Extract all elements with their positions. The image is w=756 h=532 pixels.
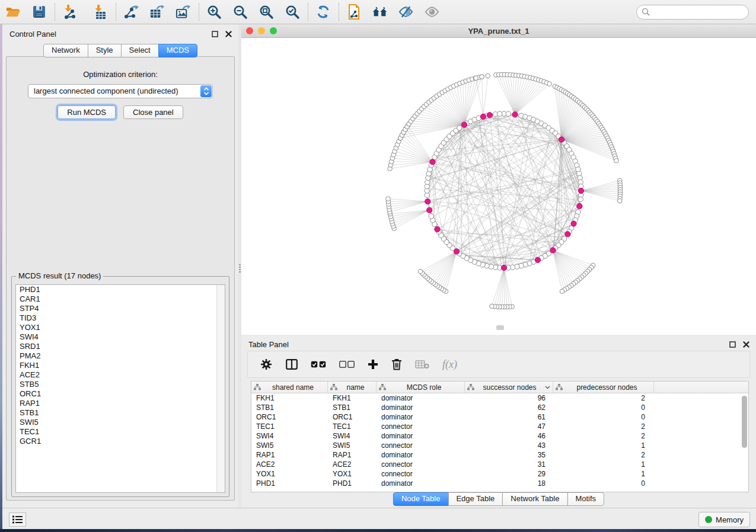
save-icon[interactable] (31, 4, 47, 20)
mcds-result-item[interactable]: PHD1 (16, 285, 225, 294)
settings-gear-icon[interactable] (260, 358, 273, 371)
graph-node[interactable] (506, 111, 511, 116)
tab-select[interactable]: Select (121, 44, 159, 57)
mcds-result-item[interactable]: GCR1 (16, 437, 225, 446)
list-scrollbar[interactable] (216, 285, 225, 492)
zoom-selected-icon[interactable] (284, 4, 300, 20)
search-box[interactable] (636, 5, 749, 20)
task-history-button[interactable] (9, 512, 26, 527)
function-builder-icon[interactable]: f(x) (442, 358, 457, 371)
mcds-node[interactable] (480, 114, 486, 119)
mcds-result-item[interactable]: SRD1 (16, 342, 225, 351)
mcds-node[interactable] (427, 207, 432, 213)
mcds-result-item[interactable]: TEC1 (16, 427, 225, 437)
table-row[interactable]: TEC1TEC1connector472 (251, 422, 748, 431)
table-row[interactable]: PHD1PHD1dominator180 (251, 479, 748, 488)
graph-node[interactable] (418, 269, 423, 274)
import-table-icon[interactable] (92, 4, 108, 20)
delete-table-icon[interactable] (415, 360, 429, 369)
tab-node-table[interactable]: Node Table (393, 492, 449, 506)
mcds-result-item[interactable]: CAR1 (16, 294, 225, 304)
mcds-node[interactable] (487, 113, 492, 118)
mcds-result-item[interactable]: YOX1 (16, 323, 225, 332)
graph-node[interactable] (490, 304, 495, 309)
network-canvas[interactable] (241, 38, 756, 332)
mcds-node[interactable] (435, 226, 440, 232)
column-header-name[interactable]: name (328, 382, 377, 393)
zoom-fit-icon[interactable] (258, 4, 274, 20)
mcds-result-item[interactable]: SWI4 (16, 332, 225, 342)
export-network-icon[interactable] (123, 4, 139, 20)
import-network-icon[interactable] (62, 4, 78, 20)
mcds-node[interactable] (430, 159, 435, 165)
first-neighbors-icon[interactable] (372, 4, 388, 20)
column-header-predecessor-nodes[interactable]: predecessor nodes (553, 382, 654, 393)
table-row[interactable]: STB1STB1dominator620 (251, 403, 748, 412)
tab-mcds[interactable]: MCDS (158, 44, 197, 57)
table-row[interactable]: SWI5SWI5connector431 (251, 441, 748, 450)
network-window-titlebar[interactable]: YPA_prune.txt_1 (241, 24, 756, 38)
mcds-node[interactable] (559, 137, 564, 142)
graph-node[interactable] (497, 111, 502, 116)
table-row[interactable]: SWI4SWI4dominator462 (251, 431, 748, 441)
table-row[interactable]: ORC1ORC1dominator610 (251, 412, 748, 422)
columns-icon[interactable] (286, 359, 298, 370)
table-row[interactable]: RAP1RAP1dominator352 (251, 450, 748, 460)
refresh-icon[interactable] (315, 4, 331, 20)
column-header-shared-name[interactable]: shared name (251, 382, 328, 393)
mcds-result-item[interactable]: STP4 (16, 304, 225, 313)
graph-node[interactable] (560, 289, 564, 294)
float-panel-icon[interactable] (728, 340, 736, 348)
select-all-icon[interactable] (311, 361, 326, 368)
tab-motifs[interactable]: Motifs (567, 492, 604, 506)
table-row[interactable]: ACE2ACE2connector311 (251, 460, 748, 469)
export-image-icon[interactable] (175, 4, 191, 20)
tab-network[interactable]: Network (43, 44, 88, 57)
close-panel-button[interactable]: Close panel (123, 105, 183, 119)
graph-node[interactable] (547, 82, 552, 86)
graph-node[interactable] (429, 214, 433, 219)
mcds-result-item[interactable]: STB1 (16, 408, 225, 418)
tab-network-table[interactable]: Network Table (502, 492, 567, 506)
add-row-icon[interactable] (368, 359, 378, 370)
table-scrollbar-thumb[interactable] (742, 396, 747, 448)
graph-node[interactable] (614, 158, 619, 163)
graph-node[interactable] (386, 197, 391, 201)
hide-selected-icon[interactable] (398, 4, 414, 20)
mcds-node[interactable] (565, 232, 570, 237)
mcds-result-item[interactable]: PMA2 (16, 351, 225, 361)
table-row[interactable]: YOX1YOX1connector291 (251, 469, 748, 479)
mcds-node[interactable] (425, 198, 430, 204)
close-panel-icon[interactable] (742, 340, 750, 348)
mcds-node[interactable] (501, 265, 506, 270)
zoom-out-icon[interactable] (232, 4, 248, 20)
mcds-node[interactable] (577, 203, 582, 209)
float-panel-icon[interactable] (210, 30, 219, 38)
search-input[interactable] (653, 8, 756, 17)
mcds-result-item[interactable]: RAP1 (16, 399, 225, 408)
mcds-result-item[interactable]: STB5 (16, 380, 225, 389)
memory-button[interactable]: Memory (698, 512, 750, 527)
graph-node[interactable] (617, 198, 622, 203)
open-folder-icon[interactable] (5, 4, 21, 20)
delete-row-icon[interactable] (391, 358, 402, 370)
mcds-node[interactable] (571, 221, 576, 226)
graph-node[interactable] (480, 75, 484, 79)
run-mcds-button[interactable]: Run MCDS (58, 105, 116, 119)
mcds-result-list[interactable]: PHD1CAR1STP4TID3YOX1SWI4SRD1PMA2FKH1ACE2… (15, 284, 225, 493)
table-row[interactable]: FKH1FKH1dominator962 (251, 393, 748, 403)
mcds-node[interactable] (512, 112, 518, 117)
column-header-successor-nodes[interactable]: successor nodes (465, 382, 553, 393)
splitter-handle[interactable] (239, 264, 241, 274)
network-from-selection-icon[interactable] (346, 4, 362, 20)
horizontal-splitter-handle[interactable] (496, 325, 504, 330)
graph-node[interactable] (474, 76, 479, 81)
mcds-result-item[interactable]: ORC1 (16, 389, 225, 399)
graph-node[interactable] (457, 126, 462, 130)
mcds-node[interactable] (535, 257, 540, 262)
deselect-all-icon[interactable] (339, 361, 355, 368)
mcds-result-item[interactable]: SWI5 (16, 418, 225, 427)
mcds-result-item[interactable]: ACE2 (16, 370, 225, 380)
zoom-in-icon[interactable] (206, 4, 222, 20)
show-all-icon[interactable] (424, 4, 440, 20)
